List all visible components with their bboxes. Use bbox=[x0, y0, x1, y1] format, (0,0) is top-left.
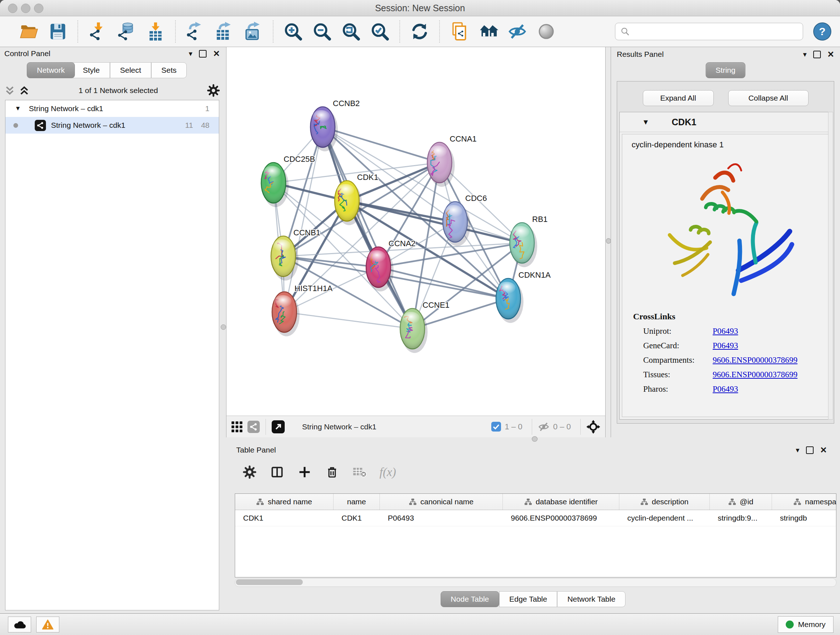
cloud-status-button[interactable] bbox=[8, 616, 31, 632]
grid-view-icon[interactable] bbox=[232, 421, 242, 432]
crosslink-link[interactable]: P06493 bbox=[713, 341, 738, 350]
panel-menu-icon[interactable]: ▾ bbox=[796, 446, 799, 454]
network-from-document-button[interactable] bbox=[449, 21, 470, 42]
panel-float-icon[interactable] bbox=[806, 447, 813, 454]
column-header-namespace[interactable]: namespace bbox=[772, 494, 836, 510]
tab-sets[interactable]: Sets bbox=[151, 62, 187, 78]
panel-menu-icon[interactable]: ▾ bbox=[803, 50, 807, 59]
network-node-CCNB2[interactable]: CCNB2 bbox=[310, 99, 360, 151]
hidden-eye-slash-icon[interactable] bbox=[538, 421, 549, 432]
add-column-icon[interactable] bbox=[297, 464, 312, 480]
expand-all-button[interactable]: Expand All bbox=[643, 90, 714, 106]
import-network-database-button[interactable] bbox=[116, 21, 137, 42]
column-header-canonical-name[interactable]: canonical name bbox=[380, 494, 503, 510]
table-row[interactable]: CDK1CDK1P064939606.ENSP00000378699cyclin… bbox=[235, 510, 836, 526]
detach-view-icon[interactable] bbox=[272, 420, 285, 433]
panel-float-icon[interactable] bbox=[199, 50, 207, 57]
left-splitter-handle[interactable] bbox=[221, 325, 226, 330]
crosslink-link[interactable]: P06493 bbox=[713, 326, 738, 336]
network-collection-row[interactable]: ▼ String Network – cdk1 1 bbox=[5, 100, 219, 117]
zoom-fit-button[interactable] bbox=[340, 21, 362, 42]
results-scrollbar[interactable] bbox=[828, 112, 833, 420]
export-table-button[interactable] bbox=[214, 21, 235, 42]
network-row[interactable]: String Network – cdk1 11 48 bbox=[5, 117, 219, 134]
right-splitter-handle[interactable] bbox=[606, 238, 611, 244]
delete-table-icon-disabled[interactable] bbox=[352, 464, 367, 480]
hide-selected-button[interactable] bbox=[507, 21, 528, 42]
save-session-button[interactable] bbox=[47, 21, 68, 42]
network-edge[interactable] bbox=[323, 127, 412, 329]
window-zoom-button[interactable] bbox=[34, 4, 43, 13]
node-section-header[interactable]: ▼ CDK1 bbox=[620, 112, 831, 132]
show-hidden-button[interactable] bbox=[536, 21, 557, 42]
panel-menu-icon[interactable]: ▾ bbox=[189, 49, 193, 58]
network-node-label: CCNB1 bbox=[294, 228, 321, 237]
refresh-icon bbox=[410, 22, 429, 41]
import-network-file-button[interactable] bbox=[87, 21, 108, 42]
network-node-CCNA2[interactable]: CCNA2 bbox=[366, 239, 416, 291]
birdseye-crosshair-icon[interactable] bbox=[586, 420, 600, 434]
network-node-RB1[interactable]: RB1 bbox=[510, 215, 548, 267]
import-table-file-button[interactable] bbox=[145, 21, 166, 42]
expand-all-icon[interactable] bbox=[19, 85, 30, 96]
crosslink-link[interactable]: 9606.ENSP00000378699 bbox=[713, 356, 798, 365]
crosslink-link[interactable]: P06493 bbox=[713, 385, 738, 394]
network-edge[interactable] bbox=[378, 267, 508, 299]
delete-column-icon[interactable] bbox=[325, 464, 340, 480]
warning-status-button[interactable] bbox=[36, 616, 59, 632]
network-node-CDKN1A[interactable]: CDKN1A bbox=[496, 271, 551, 323]
export-image-button[interactable] bbox=[243, 21, 264, 42]
window-close-button[interactable] bbox=[8, 4, 17, 13]
function-builder-icon-disabled[interactable]: f(x) bbox=[379, 466, 396, 479]
search-input[interactable] bbox=[633, 27, 798, 36]
tab-network[interactable]: Network bbox=[27, 62, 75, 78]
window-minimize-button[interactable] bbox=[21, 4, 30, 13]
tab-node-table[interactable]: Node Table bbox=[441, 591, 499, 607]
column-header-name[interactable]: name bbox=[333, 494, 380, 510]
scrollbar-thumb[interactable] bbox=[236, 579, 303, 585]
zoom-selected-button[interactable] bbox=[369, 21, 390, 42]
tab-select[interactable]: Select bbox=[110, 62, 151, 78]
tab-edge-table[interactable]: Edge Table bbox=[499, 591, 557, 607]
export-network-button[interactable] bbox=[185, 21, 206, 42]
column-header--id[interactable]: @id bbox=[710, 494, 772, 510]
section-expander-icon[interactable]: ▼ bbox=[642, 118, 649, 126]
network-options-gear-icon[interactable] bbox=[207, 84, 220, 97]
network-edge[interactable] bbox=[323, 127, 439, 163]
panel-close-icon[interactable]: ✕ bbox=[820, 446, 827, 454]
zoom-selected-icon bbox=[370, 22, 390, 41]
table-horizontal-scrollbar[interactable] bbox=[235, 578, 836, 587]
apply-layout-button[interactable] bbox=[409, 21, 430, 42]
collapse-all-button[interactable]: Collapse All bbox=[728, 90, 808, 106]
home-networks-button[interactable] bbox=[478, 21, 499, 42]
crosslink-row: Tissues:9606.ENSP00000378699 bbox=[643, 370, 829, 379]
table-options-gear-icon[interactable] bbox=[242, 464, 257, 480]
network-node-CCNE1[interactable]: CCNE1 bbox=[400, 301, 450, 353]
column-header-database-identifier[interactable]: database identifier bbox=[503, 494, 619, 510]
crosslink-link[interactable]: 9606.ENSP00000378699 bbox=[713, 370, 798, 379]
collapse-all-icon[interactable] bbox=[4, 85, 15, 96]
show-columns-icon[interactable] bbox=[270, 464, 285, 480]
zoom-out-button[interactable] bbox=[311, 21, 332, 42]
zoom-fit-icon bbox=[341, 22, 361, 41]
network-node-HIST1H1A[interactable]: HIST1H1A bbox=[272, 284, 332, 336]
tab-network-table[interactable]: Network Table bbox=[557, 591, 625, 607]
network-thumbnail-icon[interactable] bbox=[248, 421, 260, 433]
tree-expander-icon[interactable]: ▼ bbox=[15, 105, 21, 112]
network-edge[interactable] bbox=[284, 312, 412, 329]
help-button[interactable]: ? bbox=[813, 22, 831, 41]
panel-close-icon[interactable]: ✕ bbox=[213, 50, 220, 58]
network-node-CCNA1[interactable]: CCNA1 bbox=[427, 134, 477, 187]
memory-button[interactable]: Memory bbox=[778, 616, 834, 633]
column-header-shared-name[interactable]: shared name bbox=[235, 494, 333, 510]
bottom-splitter-handle[interactable] bbox=[532, 436, 538, 442]
column-header-description[interactable]: description bbox=[619, 494, 710, 510]
zoom-in-button[interactable] bbox=[283, 21, 303, 42]
selected-checkbox-icon[interactable] bbox=[491, 422, 501, 432]
tab-style[interactable]: Style bbox=[73, 62, 110, 78]
open-session-button[interactable] bbox=[19, 21, 39, 42]
panel-float-icon[interactable] bbox=[813, 51, 821, 58]
tab-string[interactable]: String bbox=[706, 62, 745, 78]
network-canvas[interactable]: CCNB2CCNA1CDC25BCDK1CDC6RB1CCNB1CCNA2CDK… bbox=[226, 47, 605, 416]
panel-close-icon[interactable]: ✕ bbox=[827, 50, 834, 59]
